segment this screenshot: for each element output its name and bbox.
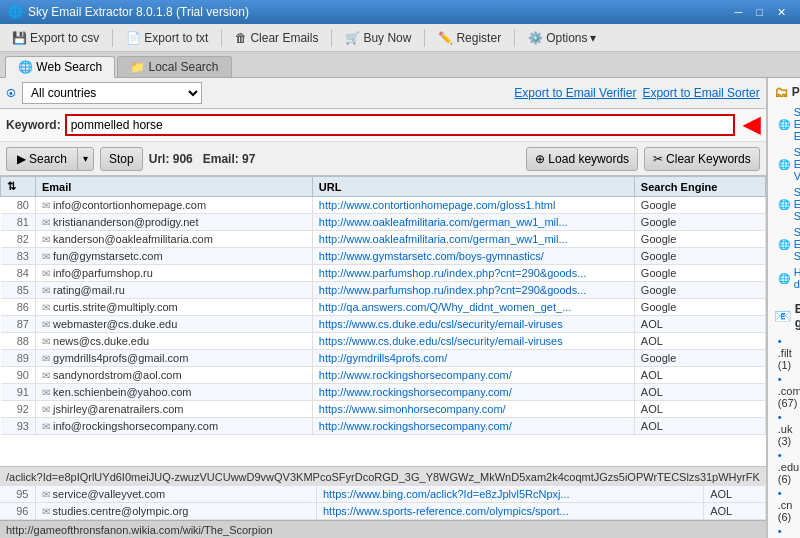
- cell-url[interactable]: https://www.cs.duke.edu/csl/security/ema…: [312, 333, 634, 350]
- table-row[interactable]: 81 ✉ kristiananderson@prodigy.net http:/…: [1, 214, 766, 231]
- product-section: 🗂 Product 🌐Sky Email Extractor🌐Sky Email…: [774, 84, 794, 292]
- col-url-header[interactable]: URL: [312, 177, 634, 197]
- clear-emails-button[interactable]: 🗑 Clear Emails: [228, 28, 325, 48]
- cell-email: ✉ studies.centre@olympic.org: [35, 503, 316, 520]
- table-row[interactable]: 90 ✉ sandynordstrom@aol.com http://www.r…: [1, 367, 766, 384]
- cell-email: ✉ sandynordstrom@aol.com: [36, 367, 313, 384]
- table-row[interactable]: 82 ✉ kanderson@oakleafmilitaria.com http…: [1, 231, 766, 248]
- table-row[interactable]: 84 ✉ info@parfumshop.ru http://www.parfu…: [1, 265, 766, 282]
- product-item-icon: 🌐: [778, 159, 790, 170]
- table-row[interactable]: 92 ✉ jshirley@arenatrailers.com https://…: [1, 401, 766, 418]
- search-dropdown-button[interactable]: ▾: [77, 147, 94, 171]
- table-row[interactable]: 93 ✉ info@rockingshorsecompany.com http:…: [1, 418, 766, 435]
- register-button[interactable]: ✏️ Register: [431, 28, 508, 48]
- country-select[interactable]: All countries: [22, 82, 202, 104]
- cell-url[interactable]: http://www.parfumshop.ru/index.php?cnt=2…: [312, 265, 634, 282]
- product-item[interactable]: 🌐Sky Email Sender: [774, 224, 794, 264]
- tab-local-search[interactable]: 📁 Local Search: [117, 56, 231, 77]
- cell-url[interactable]: https://www.sports-reference.com/olympic…: [316, 503, 703, 520]
- keyword-input[interactable]: [65, 114, 735, 136]
- options-icon: ⚙️: [528, 31, 543, 45]
- cell-url[interactable]: http://www.rockingshorsecompany.com/: [312, 418, 634, 435]
- stop-button[interactable]: Stop: [100, 147, 143, 171]
- sort-icon: ⇅: [7, 180, 16, 192]
- cell-email: ✉ curtis.strite@multiply.com: [36, 299, 313, 316]
- main-toolbar: 💾 Export to csv 📄 Export to txt 🗑 Clear …: [0, 24, 800, 52]
- cell-num: 80: [1, 197, 36, 214]
- email-group-item[interactable]: .cn (6): [774, 486, 794, 524]
- dropdown-arrow-icon: ▾: [83, 153, 88, 164]
- cell-url[interactable]: http://www.contortionhomepage.com/gloss1…: [312, 197, 634, 214]
- product-item-icon: 🌐: [778, 273, 790, 284]
- web-search-icon: 🌐: [18, 60, 33, 74]
- email-group-item[interactable]: .uk (3): [774, 410, 794, 448]
- table-row[interactable]: 86 ✉ curtis.strite@multiply.com http://q…: [1, 299, 766, 316]
- table-row[interactable]: 95 ✉ service@valleyvet.com https://www.b…: [0, 486, 765, 503]
- maximize-button[interactable]: □: [750, 4, 769, 20]
- cell-url[interactable]: http://www.gymstarsetc.com/boys-gymnasti…: [312, 248, 634, 265]
- minimize-button[interactable]: ─: [729, 4, 749, 20]
- cell-url[interactable]: http://gymdrills4profs.com/: [312, 350, 634, 367]
- window-controls: ─ □ ✕: [729, 4, 792, 20]
- toolbar-separator-2: [221, 29, 222, 47]
- email-group-item[interactable]: .filt (1): [774, 334, 794, 372]
- cell-url[interactable]: http://www.parfumshop.ru/index.php?cnt=2…: [312, 282, 634, 299]
- product-item[interactable]: 🌐Sky Email Sorter: [774, 184, 794, 224]
- cell-engine: AOL: [634, 384, 765, 401]
- extra-rows-table: 95 ✉ service@valleyvet.com https://www.b…: [0, 486, 766, 520]
- cell-url[interactable]: http://www.rockingshorsecompany.com/: [312, 384, 634, 401]
- cell-url[interactable]: http://qa.answers.com/Q/Why_didnt_women_…: [312, 299, 634, 316]
- product-item-icon: 🌐: [778, 199, 790, 210]
- cell-email: ✉ info@rockingshorsecompany.com: [36, 418, 313, 435]
- table-row[interactable]: 80 ✉ info@contortionhomepage.com http://…: [1, 197, 766, 214]
- options-dropdown-icon: ▾: [590, 31, 596, 45]
- product-item[interactable]: 🌐Sky Email Verifier: [774, 144, 794, 184]
- col-email-header[interactable]: Email: [36, 177, 313, 197]
- table-row[interactable]: 88 ✉ news@cs.duke.edu https://www.cs.duk…: [1, 333, 766, 350]
- email-group-item[interactable]: .edu (6): [774, 448, 794, 486]
- email-count: Email: 97: [203, 152, 256, 166]
- clear-keywords-button[interactable]: ✂ Clear Keywords: [644, 147, 760, 171]
- col-num-header[interactable]: ⇅: [1, 177, 36, 197]
- cell-num: 96: [0, 503, 35, 520]
- cell-email: ✉ rating@mail.ru: [36, 282, 313, 299]
- cell-url[interactable]: https://www.simonhorsecompany.com/: [312, 401, 634, 418]
- action-row: ▶ Search ▾ Stop Url: 906 Email: 97 ⊕ Loa…: [0, 142, 766, 176]
- product-item[interactable]: 🌐Help document: [774, 264, 794, 292]
- search-button[interactable]: ▶ Search: [6, 147, 77, 171]
- cell-url[interactable]: https://www.cs.duke.edu/csl/security/ema…: [312, 316, 634, 333]
- email-group-item[interactable]: .net (6): [774, 524, 794, 538]
- email-group-icon: 📧: [774, 308, 791, 324]
- cell-url[interactable]: https://www.bing.com/aclick?Id=e8zJplvl5…: [316, 486, 703, 503]
- cell-engine: Google: [634, 350, 765, 367]
- options-button[interactable]: ⚙️ Options ▾: [521, 28, 603, 48]
- export-to-sorter-button[interactable]: Export to Email Sorter: [642, 86, 759, 100]
- table-row[interactable]: 87 ✉ webmaster@cs.duke.edu https://www.c…: [1, 316, 766, 333]
- toolbar-separator-1: [112, 29, 113, 47]
- toolbar-separator-3: [331, 29, 332, 47]
- cell-email: ✉ kristiananderson@prodigy.net: [36, 214, 313, 231]
- search-button-group: ▶ Search ▾: [6, 147, 94, 171]
- tab-web-search[interactable]: 🌐 Web Search: [5, 56, 115, 78]
- table-row[interactable]: 85 ✉ rating@mail.ru http://www.parfumsho…: [1, 282, 766, 299]
- cell-url[interactable]: http://www.oakleafmilitaria.com/german_w…: [312, 214, 634, 231]
- table-row[interactable]: 96 ✉ studies.centre@olympic.org https://…: [0, 503, 765, 520]
- toolbar-separator-5: [514, 29, 515, 47]
- product-item[interactable]: 🌐Sky Email Extractor: [774, 104, 794, 144]
- export-to-verifier-button[interactable]: Export to Email Verifier: [514, 86, 636, 100]
- table-row[interactable]: 83 ✉ fun@gymstarsetc.com http://www.gyms…: [1, 248, 766, 265]
- export-csv-icon: 💾: [12, 31, 27, 45]
- col-engine-header[interactable]: Search Engine: [634, 177, 765, 197]
- cell-url[interactable]: http://www.oakleafmilitaria.com/german_w…: [312, 231, 634, 248]
- close-button[interactable]: ✕: [771, 4, 792, 20]
- cell-url[interactable]: http://www.rockingshorsecompany.com/: [312, 367, 634, 384]
- table-row[interactable]: 91 ✉ ken.schienbein@yahoo.com http://www…: [1, 384, 766, 401]
- export-to-csv-button[interactable]: 💾 Export to csv: [5, 28, 106, 48]
- buy-now-button[interactable]: 🛒 Buy Now: [338, 28, 418, 48]
- table-row[interactable]: 89 ✉ gymdrills4profs@gmail.com http://gy…: [1, 350, 766, 367]
- status-text-long: /aclick?Id=e8pIQrlUYd6I0meiJUQ-zwuzVUCUw…: [6, 471, 760, 483]
- cell-num: 95: [0, 486, 35, 503]
- export-to-txt-button[interactable]: 📄 Export to txt: [119, 28, 215, 48]
- email-group-item[interactable]: .com (67): [774, 372, 794, 410]
- load-keywords-button[interactable]: ⊕ Load keywords: [526, 147, 638, 171]
